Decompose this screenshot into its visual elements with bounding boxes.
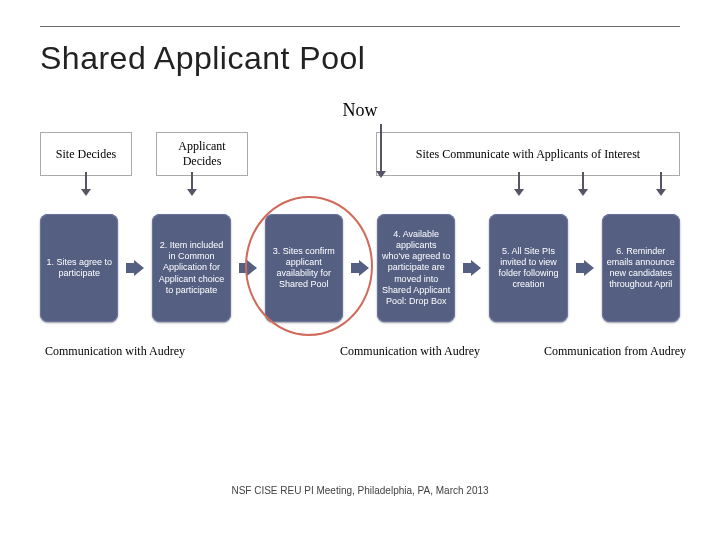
arrow-down-icon xyxy=(582,172,584,190)
footer-text: NSF CISE REU PI Meeting, Philadelphia, P… xyxy=(0,485,720,496)
header-site-decides: Site Decides xyxy=(40,132,132,176)
arrow-right-icon xyxy=(239,260,257,276)
arrow-right-icon xyxy=(463,260,481,276)
label-comm-audrey-2: Communication with Audrey xyxy=(335,344,485,360)
header-applicant-decides: Applicant Decides xyxy=(156,132,248,176)
arrow-right-icon xyxy=(126,260,144,276)
page-title: Shared Applicant Pool xyxy=(40,40,365,77)
step-3: 3. Sites confirm applicant availability … xyxy=(265,214,343,322)
now-label: Now xyxy=(0,100,720,121)
arrow-right-icon xyxy=(351,260,369,276)
arrow-down-icon xyxy=(85,172,87,190)
arrow-right-icon xyxy=(576,260,594,276)
arrow-down-icon xyxy=(380,124,382,172)
step-1: 1. Sites agree to participate xyxy=(40,214,118,322)
arrow-down-icon xyxy=(518,172,520,190)
arrow-down-icon xyxy=(191,172,193,190)
label-comm-from-audrey: Communication from Audrey xyxy=(540,344,690,360)
top-divider xyxy=(40,26,680,27)
step-2: 2. Item included in Common Application f… xyxy=(152,214,230,322)
header-row: Site Decides Applicant Decides Sites Com… xyxy=(40,132,680,176)
step-5: 5. All Site PIs invited to view folder f… xyxy=(489,214,567,322)
bottom-labels: Communication with Audrey Communication … xyxy=(40,344,680,360)
step-6: 6. Reminder emails announce new candidat… xyxy=(602,214,680,322)
steps-row: 1. Sites agree to participate 2. Item in… xyxy=(40,214,680,322)
header-sites-communicate: Sites Communicate with Applicants of Int… xyxy=(376,132,680,176)
label-comm-audrey-1: Communication with Audrey xyxy=(40,344,190,360)
step-4: 4. Available applicants who've agreed to… xyxy=(377,214,455,322)
arrow-down-icon xyxy=(660,172,662,190)
